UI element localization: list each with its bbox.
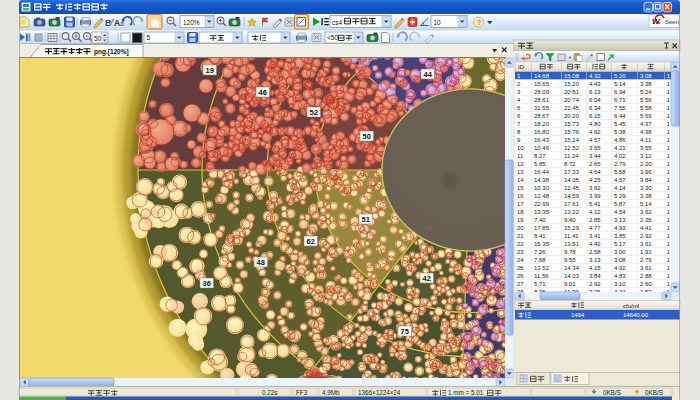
svg-text:22: 22 xyxy=(517,241,524,247)
svg-text:10: 10 xyxy=(517,145,524,151)
svg-text:2.88: 2.88 xyxy=(640,273,652,279)
svg-text:5.58: 5.58 xyxy=(640,105,652,111)
svg-text:2.58: 2.58 xyxy=(589,249,601,255)
svg-text:5.85: 5.85 xyxy=(534,161,546,167)
svg-text:6.94: 6.94 xyxy=(614,89,626,95)
svg-text:3.00: 3.00 xyxy=(614,249,626,255)
svg-text:14: 14 xyxy=(517,177,524,183)
svg-text:Seen: Seen xyxy=(665,19,679,25)
svg-text:15.29: 15.29 xyxy=(564,225,580,231)
svg-text:15.73: 15.73 xyxy=(564,121,580,127)
svg-text:3.84: 3.84 xyxy=(640,177,652,183)
svg-text:28.61: 28.61 xyxy=(534,97,550,103)
svg-text:20.81: 20.81 xyxy=(564,89,580,95)
svg-text:20.74: 20.74 xyxy=(564,97,580,103)
svg-text:5.20: 5.20 xyxy=(614,73,626,79)
svg-text:14.05: 14.05 xyxy=(564,177,580,183)
svg-text:6.71: 6.71 xyxy=(614,97,626,103)
svg-text:14.38: 14.38 xyxy=(534,177,550,183)
svg-text:9.40: 9.40 xyxy=(564,217,576,223)
svg-text:5.45: 5.45 xyxy=(614,121,626,127)
svg-text:23: 23 xyxy=(517,249,524,255)
svg-text:50: 50 xyxy=(94,35,102,42)
svg-text:3.08: 3.08 xyxy=(614,257,626,263)
svg-text:png.[120%]: png.[120%] xyxy=(94,48,129,56)
svg-text:14.68: 14.68 xyxy=(534,73,550,79)
svg-text:0.22s: 0.22s xyxy=(262,389,277,396)
svg-text:4.15: 4.15 xyxy=(589,265,601,271)
svg-text:9.01: 9.01 xyxy=(564,281,576,287)
svg-text:21: 21 xyxy=(517,233,524,239)
svg-text:4.11: 4.11 xyxy=(640,137,652,143)
svg-text:18.20: 18.20 xyxy=(534,121,550,127)
svg-text:3.08: 3.08 xyxy=(640,73,652,79)
svg-text:4.80: 4.80 xyxy=(589,121,601,127)
svg-text:15: 15 xyxy=(517,185,524,191)
svg-text:<50: <50 xyxy=(327,34,338,41)
svg-text:7.26: 7.26 xyxy=(534,249,546,255)
svg-text:4.86: 4.86 xyxy=(614,137,626,143)
svg-text:1464: 1464 xyxy=(571,312,585,318)
svg-text:16.44: 16.44 xyxy=(534,169,550,175)
svg-text:8.27: 8.27 xyxy=(534,153,546,159)
svg-text:4.83: 4.83 xyxy=(614,273,626,279)
svg-text:2.79: 2.79 xyxy=(640,257,652,263)
svg-text:2.65: 2.65 xyxy=(589,161,601,167)
svg-text:3.61: 3.61 xyxy=(640,265,652,271)
svg-text:50: 50 xyxy=(363,132,371,141)
svg-text:11.56: 11.56 xyxy=(534,273,549,279)
svg-text:16.43: 16.43 xyxy=(534,137,550,143)
svg-text:5.87: 5.87 xyxy=(614,201,626,207)
svg-text:3.61: 3.61 xyxy=(640,241,652,247)
svg-text:6.15: 6.15 xyxy=(589,113,601,119)
svg-text:2.85: 2.85 xyxy=(589,217,601,223)
svg-text:8.72: 8.72 xyxy=(564,161,576,167)
svg-text:5.71: 5.71 xyxy=(534,281,546,287)
svg-text:12: 12 xyxy=(517,161,524,167)
svg-text:2.79: 2.79 xyxy=(614,161,626,167)
svg-text:3.13: 3.13 xyxy=(589,257,601,263)
svg-text:3.99: 3.99 xyxy=(589,193,601,199)
svg-text:3.12: 3.12 xyxy=(640,153,652,159)
svg-text:3.38: 3.38 xyxy=(640,193,652,199)
svg-text:3.84: 3.84 xyxy=(589,273,601,279)
svg-text:11: 11 xyxy=(517,153,524,159)
svg-text:42: 42 xyxy=(423,274,431,283)
svg-text:4.62: 4.62 xyxy=(589,129,601,135)
svg-text:5.14: 5.14 xyxy=(640,201,652,207)
svg-text:7.40: 7.40 xyxy=(534,217,546,223)
svg-text:18: 18 xyxy=(517,209,524,215)
svg-text:25: 25 xyxy=(517,265,524,271)
svg-text:3.85: 3.85 xyxy=(614,233,626,239)
svg-text:4.14: 4.14 xyxy=(614,185,626,191)
svg-text:5.24: 5.24 xyxy=(640,89,652,95)
svg-text:0KB/S: 0KB/S xyxy=(603,389,621,396)
svg-text:cfu/ml: cfu/ml xyxy=(623,303,639,309)
svg-text:22.45: 22.45 xyxy=(564,105,580,111)
svg-text:4.43: 4.43 xyxy=(589,81,601,87)
svg-text:12.48: 12.48 xyxy=(534,193,550,199)
svg-text:3.44: 3.44 xyxy=(589,153,601,159)
svg-text:15.14: 15.14 xyxy=(564,137,580,143)
svg-text:13.35: 13.35 xyxy=(534,209,550,215)
svg-text:28.67: 28.67 xyxy=(534,113,550,119)
svg-text:12.45: 12.45 xyxy=(564,185,580,191)
svg-text:2.92: 2.92 xyxy=(640,233,652,239)
svg-text:15.76: 15.76 xyxy=(564,129,580,135)
svg-text:24: 24 xyxy=(517,257,524,263)
svg-text:3.55: 3.55 xyxy=(640,145,652,151)
svg-text:5.41: 5.41 xyxy=(589,201,601,207)
svg-text:75: 75 xyxy=(401,327,409,336)
svg-text:12.52: 12.52 xyxy=(564,145,580,151)
svg-text:16: 16 xyxy=(517,193,524,199)
svg-text:3.13: 3.13 xyxy=(614,217,626,223)
svg-text:7.55: 7.55 xyxy=(614,105,626,111)
svg-text:4.25: 4.25 xyxy=(589,177,601,183)
svg-text:2.20: 2.20 xyxy=(640,161,652,167)
svg-text:16.80: 16.80 xyxy=(534,129,550,135)
svg-text:14.34: 14.34 xyxy=(564,265,580,271)
svg-text:51: 51 xyxy=(362,215,370,224)
svg-text:17.85: 17.85 xyxy=(534,225,550,231)
svg-text:5.58: 5.58 xyxy=(614,169,626,175)
svg-text:4.02: 4.02 xyxy=(614,153,626,159)
